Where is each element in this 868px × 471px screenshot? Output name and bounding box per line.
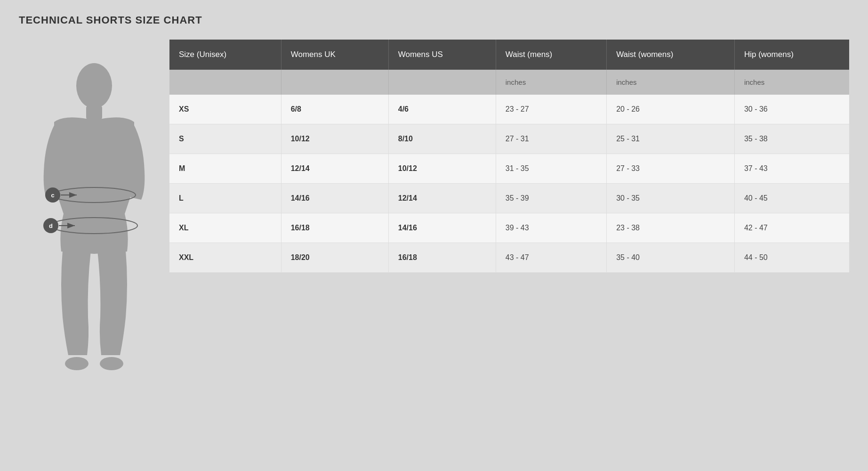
cell-hip-womens: 44 - 50	[734, 243, 849, 273]
cell-womens-us: 10/12	[388, 154, 496, 184]
cell-waist-mens: 23 - 27	[496, 95, 606, 124]
subheader-womens-uk	[281, 70, 388, 95]
cell-womens-us: 12/14	[388, 184, 496, 213]
col-waist-mens: Waist (mens)	[496, 40, 606, 70]
cell-waist-mens: 43 - 47	[496, 243, 606, 273]
subheader-size	[169, 70, 281, 95]
svg-rect-4	[73, 119, 115, 214]
cell-waist-womens: 30 - 35	[607, 184, 735, 213]
cell-size: XXL	[169, 243, 281, 273]
body-silhouette-svg: c d	[26, 58, 162, 388]
cell-hip-womens: 30 - 36	[734, 95, 849, 124]
cell-waist-womens: 20 - 26	[607, 95, 735, 124]
cell-hip-womens: 35 - 38	[734, 124, 849, 154]
col-waist-womens: Waist (womens)	[607, 40, 735, 70]
cell-waist-womens: 35 - 40	[607, 243, 735, 273]
cell-waist-mens: 39 - 43	[496, 213, 606, 243]
svg-text:c: c	[51, 192, 54, 199]
cell-womens-uk: 10/12	[281, 124, 388, 154]
col-womens-uk: Womens UK	[281, 40, 388, 70]
body-illustration: c d	[19, 40, 169, 388]
svg-text:d: d	[49, 222, 53, 229]
cell-size: XL	[169, 213, 281, 243]
page-title: TECHNICAL SHORTS SIZE CHART	[19, 14, 849, 26]
table-area: Size (Unisex) Womens UK Womens US Waist …	[169, 40, 849, 273]
table-header-row: Size (Unisex) Womens UK Womens US Waist …	[169, 40, 849, 70]
col-hip-womens: Hip (womens)	[734, 40, 849, 70]
table-row: XL16/1814/1639 - 4323 - 3842 - 47	[169, 213, 849, 243]
table-row: XS6/84/623 - 2720 - 2630 - 36	[169, 95, 849, 124]
col-womens-us: Womens US	[388, 40, 496, 70]
content-area: c d Size (Unisex) Womens UK Womens US Wa…	[19, 40, 849, 388]
subheader-womens-us	[388, 70, 496, 95]
svg-point-2	[76, 63, 112, 108]
subheader-waist-womens: inches	[607, 70, 735, 95]
cell-waist-womens: 23 - 38	[607, 213, 735, 243]
cell-waist-mens: 31 - 35	[496, 154, 606, 184]
cell-size: M	[169, 154, 281, 184]
cell-womens-uk: 18/20	[281, 243, 388, 273]
table-subheader-row: inches inches inches	[169, 70, 849, 95]
cell-womens-uk: 12/14	[281, 154, 388, 184]
cell-size: S	[169, 124, 281, 154]
table-row: M12/1410/1231 - 3527 - 3337 - 43	[169, 154, 849, 184]
cell-waist-womens: 25 - 31	[607, 124, 735, 154]
cell-hip-womens: 40 - 45	[734, 184, 849, 213]
subheader-hip-womens: inches	[734, 70, 849, 95]
table-row: S10/128/1027 - 3125 - 3135 - 38	[169, 124, 849, 154]
table-body: XS6/84/623 - 2720 - 2630 - 36S10/128/102…	[169, 95, 849, 273]
size-chart-table: Size (Unisex) Womens UK Womens US Waist …	[169, 40, 849, 273]
cell-waist-mens: 35 - 39	[496, 184, 606, 213]
table-row: L14/1612/1435 - 3930 - 3540 - 45	[169, 184, 849, 213]
subheader-waist-mens: inches	[496, 70, 606, 95]
cell-hip-womens: 37 - 43	[734, 154, 849, 184]
cell-womens-us: 8/10	[388, 124, 496, 154]
cell-womens-us: 4/6	[388, 95, 496, 124]
cell-size: XS	[169, 95, 281, 124]
cell-womens-us: 16/18	[388, 243, 496, 273]
cell-womens-uk: 6/8	[281, 95, 388, 124]
cell-size: L	[169, 184, 281, 213]
svg-point-5	[65, 357, 88, 370]
cell-womens-uk: 16/18	[281, 213, 388, 243]
cell-waist-womens: 27 - 33	[607, 154, 735, 184]
cell-waist-mens: 27 - 31	[496, 124, 606, 154]
col-size: Size (Unisex)	[169, 40, 281, 70]
svg-rect-3	[86, 106, 102, 120]
svg-point-6	[100, 357, 123, 370]
cell-womens-uk: 14/16	[281, 184, 388, 213]
table-row: XXL18/2016/1843 - 4735 - 4044 - 50	[169, 243, 849, 273]
cell-womens-us: 14/16	[388, 213, 496, 243]
cell-hip-womens: 42 - 47	[734, 213, 849, 243]
